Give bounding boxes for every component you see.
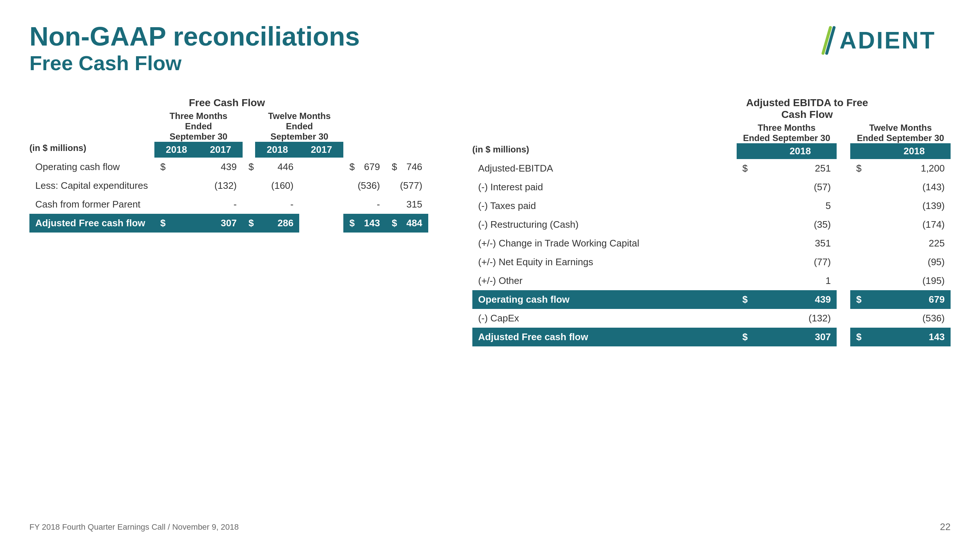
right-section-title-row: Adjusted EBITDA to Free Cash Flow xyxy=(473,97,951,123)
right-table-row: (-) CapEx(132)(536) xyxy=(473,309,951,328)
right-dollar-cell: $ xyxy=(737,290,764,309)
section-title-row: Free Cash Flow xyxy=(29,97,428,111)
logo-slash-icon xyxy=(818,26,836,55)
right-val-cell: 225 xyxy=(878,234,951,253)
right-table-row: (+/-) Change in Trade Working Capital351… xyxy=(473,234,951,253)
right-dollar-cell xyxy=(850,215,877,234)
right-table-row: (+/-) Other1(195) xyxy=(473,272,951,290)
right-dollar-cell: $ xyxy=(850,290,877,309)
right-val-cell: (195) xyxy=(878,272,951,290)
right-row-label: Adjusted-EBITDA xyxy=(473,159,737,178)
left-year-2018-a: 2018 xyxy=(255,142,299,157)
left-row-label: Cash from former Parent xyxy=(29,195,154,214)
left-label-col-header: (in $ millions) xyxy=(29,142,154,157)
left-dollar-cell xyxy=(154,176,199,195)
left-table-row: Cash from former Parent---315 xyxy=(29,195,428,214)
right-val-cell: 251 xyxy=(764,159,837,178)
left-table-row: Less: Capital expenditures(132)(160)(536… xyxy=(29,176,428,195)
right-table-row: (-) Restructuring (Cash)(35)(174) xyxy=(473,215,951,234)
right-dollar-cell xyxy=(737,215,764,234)
right-table-row: Operating cash flow$439$679 xyxy=(473,290,951,309)
right-row-label: (-) Taxes paid xyxy=(473,197,737,215)
left-year-2017-a: 2017 xyxy=(299,142,343,157)
left-dollar-cell xyxy=(343,195,356,214)
left-dollar-cell xyxy=(343,176,356,195)
left-val-cell: 307 xyxy=(199,214,243,232)
left-dollar-cell: $ xyxy=(154,214,199,232)
right-dollar-cell xyxy=(850,253,877,272)
right-val-cell: 679 xyxy=(878,290,951,309)
left-year-2017-q: 2017 xyxy=(199,142,243,157)
right-year-2018-a: 2018 xyxy=(764,143,837,159)
right-val-cell: (77) xyxy=(764,253,837,272)
footer: FY 2018 Fourth Quarter Earnings Call / N… xyxy=(29,521,951,533)
left-dollar-cell: $ xyxy=(386,214,398,232)
right-table-row: (-) Taxes paid5(139) xyxy=(473,197,951,215)
right-row-label: (+/-) Change in Trade Working Capital xyxy=(473,234,737,253)
page: Non-GAAP reconciliations Free Cash Flow … xyxy=(0,0,980,551)
left-table: Free Cash Flow Three Months Ended Septem… xyxy=(29,97,428,346)
left-row-label: Operating cash flow xyxy=(29,157,154,176)
right-val-cell: 143 xyxy=(878,328,951,346)
right-section-title: Adjusted EBITDA to Free Cash Flow xyxy=(737,97,878,123)
right-dollar-cell xyxy=(850,197,877,215)
left-val-cell: (536) xyxy=(356,176,386,195)
right-table-row: (+/-) Net Equity in Earnings(77)(95) xyxy=(473,253,951,272)
right-val-cell: (132) xyxy=(764,309,837,328)
sub-title: Free Cash Flow xyxy=(29,51,360,75)
right-row-label-highlight: Adjusted Free cash flow xyxy=(473,328,737,346)
left-col-group2-title: Twelve Months Ended September 30 xyxy=(255,111,343,142)
main-title: Non-GAAP reconciliations xyxy=(29,22,360,51)
right-dollar-cell xyxy=(737,234,764,253)
right-val-cell: 439 xyxy=(764,290,837,309)
right-dollar-h2 xyxy=(850,143,877,159)
right-row-label: (-) CapEx xyxy=(473,309,737,328)
left-val-cell: 315 xyxy=(398,195,428,214)
right-dollar-cell: $ xyxy=(737,159,764,178)
logo-text: ADIENT xyxy=(840,27,936,54)
header: Non-GAAP reconciliations Free Cash Flow … xyxy=(29,22,951,75)
right-dollar-cell xyxy=(737,178,764,197)
left-dollar-cell xyxy=(243,176,255,195)
right-table-body: Adjusted-EBITDA$251$1,200(-) Interest pa… xyxy=(473,159,951,346)
right-table-row: Adjusted Free cash flow$307$143 xyxy=(473,328,951,346)
left-row-label-highlight: Adjusted Free cash flow xyxy=(29,214,154,232)
left-val-cell: - xyxy=(255,195,299,214)
left-val-cell: 484 xyxy=(398,214,428,232)
left-val-cell: - xyxy=(356,195,386,214)
right-row-label-highlight: Operating cash flow xyxy=(473,290,737,309)
right-table-row: (-) Interest paid(57)(143) xyxy=(473,178,951,197)
right-dollar-cell xyxy=(850,178,877,197)
right-col-group2-title: Twelve Months Ended September 30 xyxy=(850,123,951,143)
right-dollar-cell xyxy=(850,272,877,290)
left-dollar-cell xyxy=(386,195,398,214)
left-year-2018-q: 2018 xyxy=(154,142,199,157)
left-dollar-cell xyxy=(386,176,398,195)
right-dollar-cell xyxy=(737,272,764,290)
right-dollar-cell xyxy=(737,309,764,328)
left-table-body: Operating cash flow$439$446$679$746Less:… xyxy=(29,157,428,232)
right-label-col-header: (in $ millions) xyxy=(473,143,737,159)
left-dollar-cell: $ xyxy=(343,157,356,176)
left-val-cell: (132) xyxy=(199,176,243,195)
right-val-cell: 307 xyxy=(764,328,837,346)
right-row-label: (-) Interest paid xyxy=(473,178,737,197)
right-val-cell: (174) xyxy=(878,215,951,234)
content: Free Cash Flow Three Months Ended Septem… xyxy=(29,97,951,346)
left-dollar-cell xyxy=(243,195,255,214)
left-section-title: Free Cash Flow xyxy=(154,97,299,111)
year-header-row: (in $ millions) 2018 2017 2018 2017 xyxy=(29,142,428,157)
left-val-cell: (160) xyxy=(255,176,299,195)
left-dollar-cell: $ xyxy=(154,157,199,176)
right-row-label: (+/-) Other xyxy=(473,272,737,290)
right-dollar-cell xyxy=(737,253,764,272)
free-cash-flow-table: Free Cash Flow Three Months Ended Septem… xyxy=(29,97,428,232)
right-col-group1-title: Three Months Ended September 30 xyxy=(737,123,837,143)
left-dollar-cell: $ xyxy=(243,157,255,176)
right-val-cell: 351 xyxy=(764,234,837,253)
right-val-cell: 5 xyxy=(764,197,837,215)
footer-text: FY 2018 Fourth Quarter Earnings Call / N… xyxy=(29,522,239,532)
left-row-label: Less: Capital expenditures xyxy=(29,176,154,195)
right-table: Adjusted EBITDA to Free Cash Flow Three … xyxy=(473,97,951,346)
right-val-cell: (57) xyxy=(764,178,837,197)
